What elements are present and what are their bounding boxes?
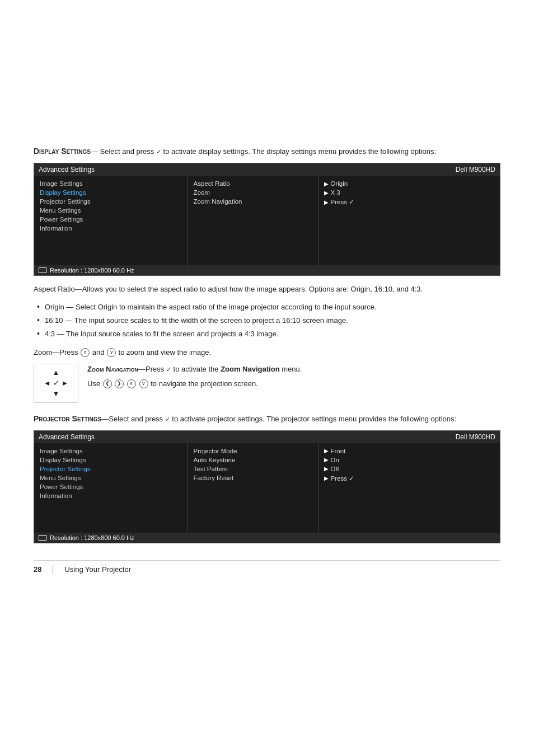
osd2-header: Advanced Settings Dell M900HD xyxy=(34,431,500,443)
osd2-item-power: Power Settings xyxy=(40,482,182,491)
osd1-item-info: Information xyxy=(40,224,182,233)
monitor-icon-2 xyxy=(39,535,46,541)
page-number: 28 xyxy=(34,565,41,574)
osd1-header: Advanced Settings Dell M900HD xyxy=(34,163,500,176)
osd2-right-col: ▶ Front ▶ On ▶ Off ▶ Press ✓ xyxy=(318,443,500,533)
bullet-origin: Origin — Select Origin to maintain the a… xyxy=(34,300,500,314)
left-nav-icon: ❮ xyxy=(103,379,112,388)
aspect-ratio-term: Aspect Ratio xyxy=(34,285,75,293)
footer-label: Using Your Projector xyxy=(64,565,131,574)
zoom-nav-para1: Zoom Navigation—Press ✓ to activate the … xyxy=(87,364,302,375)
projector-settings-term: Projector Settings xyxy=(34,414,101,423)
right-nav-icon: ❯ xyxy=(115,379,124,388)
nav-mid-row: ◄ ✓ ► xyxy=(44,379,69,387)
osd2-left-col: Image Settings Display Settings Projecto… xyxy=(34,443,188,533)
osd1-footer: Resolution : 1280x800 60.0 Hz xyxy=(34,265,500,275)
osd1-item-projector: Projector Settings xyxy=(40,197,182,206)
osd1-val-presschk: ▶ Press ✓ xyxy=(324,197,495,207)
osd2-item-menu: Menu Settings xyxy=(40,473,182,482)
monitor-icon-1 xyxy=(39,267,46,273)
projector-settings-heading: Projector Settings—Select and press ✓ to… xyxy=(34,413,500,425)
page-content: Display Settings— Select and press ✓ to … xyxy=(34,22,500,574)
down-circle-icon: ∨ xyxy=(107,348,116,357)
osd2-opt-keystone: Auto Keystone xyxy=(194,456,312,464)
osd1-left-col: Image Settings Display Settings Projecto… xyxy=(34,176,188,265)
zoom-term: Zoom xyxy=(34,348,52,356)
osd2-val-press: ▶ Press ✓ xyxy=(324,473,495,483)
footer-separator xyxy=(53,565,53,574)
zoom-nav-box: ▲ ◄ ✓ ► ▼ xyxy=(34,364,78,403)
osd1-opt-zoomnav: Zoom Navigation xyxy=(194,197,312,206)
osd2-body: Image Settings Display Settings Projecto… xyxy=(34,443,500,533)
osd2-opt-testpattern: Test Pattern xyxy=(194,464,312,473)
osd1-body: Image Settings Display Settings Projecto… xyxy=(34,176,500,265)
display-settings-intro: Select and press ✓ to activate display s… xyxy=(98,147,436,156)
nav-down-arrow: ▼ xyxy=(53,389,60,398)
osd2-item-info: Information xyxy=(40,491,182,500)
osd1-header-left: Advanced Settings xyxy=(39,166,95,173)
osd2-opt-mode: Projector Mode xyxy=(194,447,312,456)
osd2-header-left: Advanced Settings xyxy=(39,433,95,441)
osd1-header-right: Dell M900HD xyxy=(456,166,495,173)
osd1-mid-col: Aspect Ratio Zoom Zoom Navigation xyxy=(188,176,318,265)
nav-up-arrow: ▲ xyxy=(53,368,60,377)
osd1-right-col: ▶ Origin ▶ X 3 ▶ Press ✓ xyxy=(318,176,500,265)
up-circle-icon: ∧ xyxy=(81,348,90,357)
zoom-nav-section: ▲ ◄ ✓ ► ▼ Zoom Navigation—Press ✓ to act… xyxy=(34,364,500,403)
osd1-item-power: Power Settings xyxy=(40,215,182,224)
zoom-nav-term: Zoom Navigation xyxy=(87,365,138,373)
osd1-opt-aspect: Aspect Ratio xyxy=(194,179,312,188)
zoom-nav-para2: Use ❮ ❯ ∧ ∨ to navigate the projection s… xyxy=(87,378,302,389)
osd2-val-off: ▶ Off xyxy=(324,464,495,473)
aspect-ratio-heading: Aspect Ratio—Allows you to select the as… xyxy=(34,284,500,295)
osd1-val-origin: ▶ Origin xyxy=(324,179,495,188)
osd1-val-x3: ▶ X 3 xyxy=(324,188,495,197)
aspect-ratio-bullets: Origin — Select Origin to maintain the a… xyxy=(34,300,500,341)
down-nav-icon: ∨ xyxy=(139,379,148,388)
osd1-footer-text: Resolution : 1280x800 60.0 Hz xyxy=(50,267,134,274)
osd2-footer-text: Resolution : 1280x800 60.0 Hz xyxy=(50,534,134,541)
display-settings-heading: Display Settings— Select and press ✓ to … xyxy=(34,145,500,157)
bullet-4-3: 4:3 — The input source scales to fit the… xyxy=(34,327,500,341)
nav-left-arrow: ◄ xyxy=(44,379,51,387)
osd2-item-projector: Projector Settings xyxy=(40,464,182,473)
osd2-header-right: Dell M900HD xyxy=(456,433,495,441)
osd2-footer: Resolution : 1280x800 60.0 Hz xyxy=(34,533,500,543)
osd2-item-image: Image Settings xyxy=(40,447,182,456)
display-settings-term: Display Settings xyxy=(34,147,91,156)
page-footer: 28 Using Your Projector xyxy=(34,560,500,574)
bullet-16-10: 16:10 — The input source scales to fit t… xyxy=(34,314,500,327)
zoom-heading: Zoom—Press ∧ and ∨ to zoom and view the … xyxy=(34,347,500,358)
nav-check-icon: ✓ xyxy=(53,379,59,387)
osd2-mid-col: Projector Mode Auto Keystone Test Patter… xyxy=(188,443,318,533)
nav-right-arrow: ► xyxy=(62,379,69,387)
osd-menu-1: Advanced Settings Dell M900HD Image Sett… xyxy=(34,163,500,276)
zoom-nav-description: Zoom Navigation—Press ✓ to activate the … xyxy=(87,364,302,389)
osd2-val-front: ▶ Front xyxy=(324,447,495,456)
osd1-item-menu: Menu Settings xyxy=(40,206,182,215)
osd2-item-display: Display Settings xyxy=(40,456,182,464)
osd-menu-2: Advanced Settings Dell M900HD Image Sett… xyxy=(34,430,500,543)
up-nav-icon: ∧ xyxy=(127,379,136,388)
osd1-opt-zoom: Zoom xyxy=(194,188,312,197)
osd1-item-display: Display Settings xyxy=(40,188,182,197)
osd2-opt-factory: Factory Reset xyxy=(194,473,312,482)
osd1-item-image: Image Settings xyxy=(40,179,182,188)
osd2-val-on: ▶ On xyxy=(324,456,495,464)
